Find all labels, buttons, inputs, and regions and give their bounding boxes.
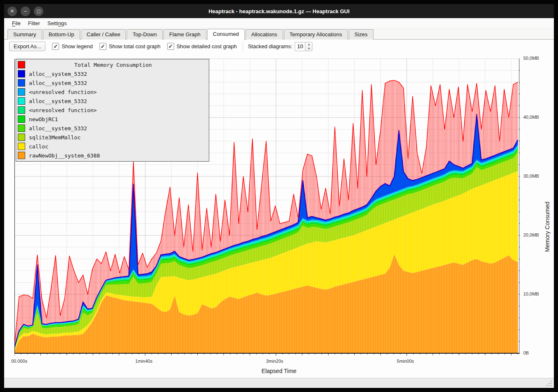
menu-bar: FileFilterSettings	[4, 18, 554, 28]
checkbox-show-total-cost-graph[interactable]: ✓Show total cost graph	[99, 43, 161, 50]
legend-item: rawNewObj__system_6388	[16, 151, 209, 160]
maximize-button[interactable]: ◻	[34, 7, 43, 16]
checkbox-show-detailed-cost-graph[interactable]: ✓Show detailed cost graph	[167, 43, 237, 50]
legend-label: <unresolved function>	[29, 107, 97, 113]
legend-label: alloc__system_5332	[29, 80, 87, 86]
legend-swatch	[18, 143, 25, 150]
menu-item-settings[interactable]: Settings	[44, 19, 71, 27]
legend-swatch	[18, 88, 25, 96]
resize-grip[interactable]	[546, 380, 552, 386]
x-axis-title: Elapsed Time	[4, 368, 554, 374]
application-window: ✕–◻ Heaptrack - heaptrack.wakunode.1.gz …	[0, 0, 558, 392]
checkbox-label: Show detailed cost graph	[177, 43, 237, 49]
legend-item: <unresolved function>	[16, 106, 209, 115]
tab-allocations[interactable]: Allocations	[246, 29, 283, 40]
checkbox-group: ✓Show legend✓Show total cost graph✓Show …	[45, 43, 236, 50]
legend-item: <unresolved function>	[16, 87, 209, 96]
legend-item: alloc__system_5332	[16, 69, 209, 78]
toolbar: Export As... ✓Show legend✓Show total cos…	[4, 40, 554, 53]
y-tick-label: 40,0MB	[523, 115, 539, 120]
legend-swatch	[18, 124, 25, 132]
export-as-button[interactable]: Export As...	[9, 42, 45, 51]
close-button[interactable]: ✕	[7, 7, 17, 16]
legend-label: alloc__system_5332	[29, 71, 87, 77]
tab-bottom-up[interactable]: Bottom-Up	[43, 29, 80, 40]
menu-item-file[interactable]: File	[8, 19, 24, 27]
y-axis-title: Memory Consumed	[544, 202, 551, 252]
x-tick-label: 5min00s	[397, 359, 414, 364]
tab-caller-callee[interactable]: Caller / Callee	[81, 29, 126, 40]
checkbox-show-legend[interactable]: ✓Show legend	[52, 43, 92, 50]
legend-swatch	[18, 79, 25, 87]
checkbox-box[interactable]: ✓	[52, 43, 59, 50]
legend-item: newObjRC1	[16, 115, 209, 124]
checkbox-label: Show total cost graph	[109, 43, 161, 49]
legend-item: sqlite3MemMalloc	[16, 133, 209, 142]
legend-item: alloc__system_5332	[16, 96, 209, 106]
tab-sizes[interactable]: Sizes	[349, 29, 374, 40]
y-tick-label: 20,0MB	[523, 232, 539, 237]
checkbox-box[interactable]: ✓	[167, 43, 174, 50]
tab-top-down[interactable]: Top-Down	[127, 29, 163, 40]
legend-title-row: Total Memory Consumption	[16, 60, 209, 69]
legend-label: rawNewObj__system_6388	[29, 153, 100, 159]
legend-label: sqlite3MemMalloc	[29, 134, 80, 141]
stepper-up-icon[interactable]: ▲	[305, 42, 312, 47]
legend-label: alloc__system_5332	[29, 125, 87, 131]
stepper-down-icon[interactable]: ▼	[305, 47, 312, 51]
y-tick-label: 50,0MB	[523, 56, 539, 61]
toolbar-separator	[243, 42, 243, 51]
tab-consumed[interactable]: Consumed	[207, 29, 245, 40]
minimize-button[interactable]: –	[21, 7, 30, 16]
y-tick-label: 30,0MB	[523, 174, 539, 178]
consumed-chart-panel[interactable]: Total Memory Consumptionalloc__system_53…	[4, 53, 554, 378]
window-controls: ✕–◻	[4, 7, 43, 16]
tab-flame-graph[interactable]: Flame Graph	[163, 29, 206, 40]
heaptrack-window: ✕–◻ Heaptrack - heaptrack.wakunode.1.gz …	[4, 4, 554, 388]
status-bar	[4, 378, 554, 388]
stacked-diagrams-label: Stacked diagrams:	[248, 43, 293, 49]
stacked-diagrams-stepper[interactable]: 10 ▲ ▼	[295, 42, 312, 51]
legend-swatch	[18, 134, 25, 141]
legend-swatch	[18, 152, 25, 159]
legend-swatch	[18, 61, 25, 68]
legend-label: alloc__system_5332	[29, 98, 87, 104]
title-bar[interactable]: ✕–◻ Heaptrack - heaptrack.wakunode.1.gz …	[4, 4, 554, 18]
x-tick-label: 1min40s	[135, 359, 153, 364]
chart-legend: Total Memory Consumptionalloc__system_53…	[16, 59, 209, 162]
stepper-arrows[interactable]: ▲ ▼	[305, 42, 312, 51]
y-tick-label: 0B	[523, 350, 529, 355]
stacked-diagrams-value[interactable]: 10	[295, 42, 305, 51]
legend-swatch	[18, 70, 25, 77]
checkbox-box[interactable]: ✓	[99, 43, 106, 50]
legend-item: alloc__system_5332	[16, 124, 209, 133]
x-tick-label: 00.000s	[11, 359, 27, 364]
legend-item: calloc	[16, 142, 209, 151]
legend-swatch	[18, 97, 25, 105]
tab-temporary-allocations[interactable]: Temporary Allocations	[284, 29, 348, 40]
menu-item-filter[interactable]: Filter	[24, 19, 44, 27]
tab-summary[interactable]: Summary	[7, 29, 42, 40]
legend-label: calloc	[29, 143, 48, 150]
legend-swatch	[18, 106, 25, 114]
legend-item: alloc__system_5332	[16, 78, 209, 87]
tab-bar: SummaryBottom-UpCaller / CalleeTop-DownF…	[4, 28, 554, 40]
checkbox-label: Show legend	[61, 43, 92, 49]
legend-label: <unresolved function>	[29, 89, 97, 95]
x-tick-label: 3min20s	[266, 359, 284, 364]
legend-swatch	[18, 115, 25, 123]
legend-label: Total Memory Consumption	[29, 62, 207, 68]
y-tick-label: 10,0MB	[523, 291, 539, 296]
legend-label: newObjRC1	[29, 116, 58, 122]
window-title: Heaptrack - heaptrack.wakunode.1.gz — He…	[4, 8, 554, 14]
